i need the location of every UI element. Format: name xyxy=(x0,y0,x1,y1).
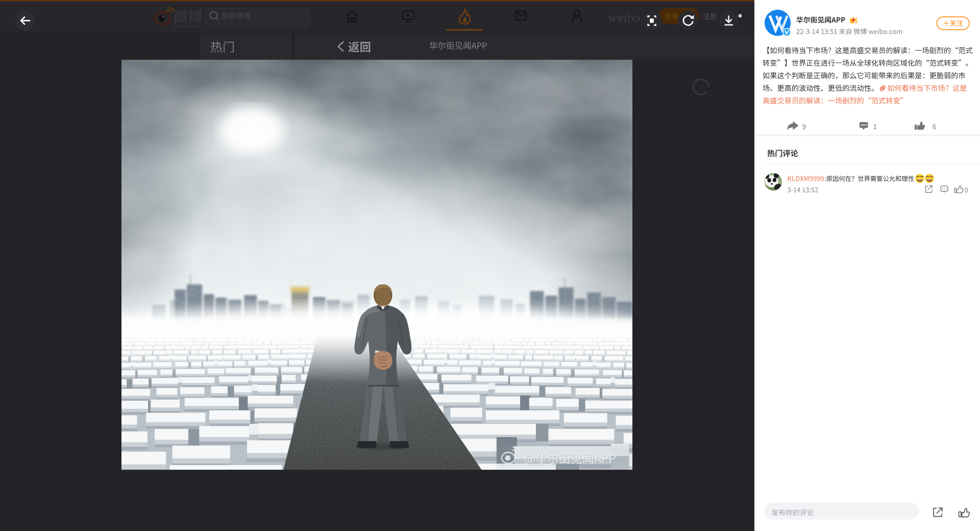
svg-text:weibo.com: weibo.com xyxy=(173,23,198,29)
svg-text:6: 6 xyxy=(854,20,856,24)
svg-text:weibo: weibo xyxy=(608,10,641,25)
